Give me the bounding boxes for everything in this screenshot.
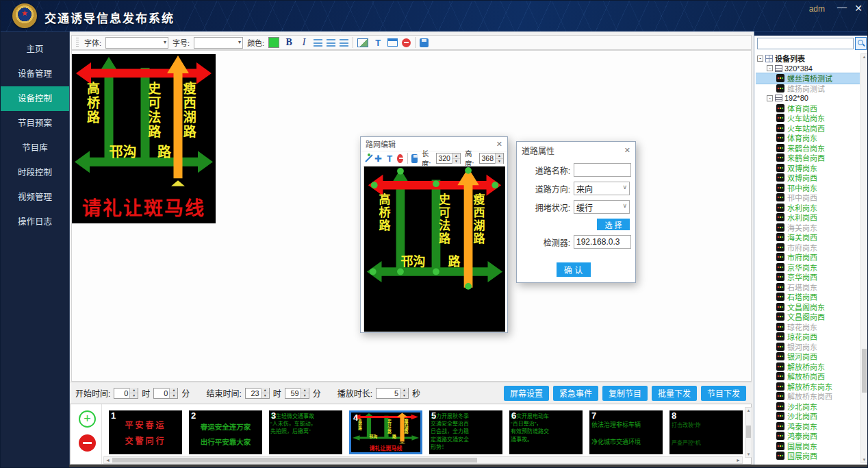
spin-up-icon[interactable]: ▲ bbox=[301, 388, 309, 393]
spin-down-icon[interactable]: ▼ bbox=[400, 393, 408, 398]
draw-road-icon[interactable] bbox=[364, 153, 370, 163]
tree-device-item[interactable]: 解放桥东岗西 bbox=[756, 391, 860, 402]
spin-down-icon[interactable]: ▼ bbox=[301, 393, 309, 398]
tree-group-item[interactable]: -192*80 bbox=[756, 93, 860, 103]
playlist-vertical-scrollbar[interactable]: ▲ ▼ bbox=[745, 407, 752, 458]
tree-device-item[interactable]: 火车站岗西 bbox=[756, 123, 860, 134]
scroll-up-icon[interactable]: ▲ bbox=[745, 408, 752, 412]
close-button[interactable]: ✕ bbox=[854, 3, 863, 14]
tree-device-item[interactable]: 鸿泰岗东 bbox=[756, 421, 860, 432]
sidebar-item[interactable]: 视频管理 bbox=[1, 185, 69, 210]
tree-root-item[interactable]: -设备列表 bbox=[756, 53, 860, 64]
minimize-button[interactable]: — bbox=[837, 1, 847, 12]
playlist-item[interactable]: 7依法治理非标车辆净化城市交通环境 bbox=[589, 410, 663, 454]
playlist-item[interactable]: 3发生轻微交通事故“人未伤，车能动，先拍照，后撤离” bbox=[269, 410, 342, 454]
search-button[interactable] bbox=[855, 37, 867, 50]
spin-up-icon[interactable]: ▲ bbox=[261, 388, 269, 393]
spin-down-icon[interactable]: ▼ bbox=[170, 393, 177, 398]
tree-group-item[interactable]: -320*384 bbox=[756, 64, 860, 74]
font-size-select[interactable]: ▾ bbox=[194, 37, 243, 49]
tree-device-item[interactable]: 石塔岗东 bbox=[756, 282, 860, 293]
tree-device-item[interactable]: 解放桥东岗东 bbox=[756, 382, 860, 392]
sidebar-item[interactable]: 操作日志 bbox=[1, 210, 69, 234]
tree-device-item[interactable]: 银河岗东 bbox=[756, 342, 860, 352]
tree-device-item[interactable]: 解放桥岗西 bbox=[756, 371, 860, 382]
delete-icon[interactable] bbox=[402, 38, 411, 47]
tree-device-item[interactable]: 石塔岗西 bbox=[756, 292, 860, 302]
save-icon[interactable] bbox=[411, 154, 417, 163]
text-icon[interactable]: T bbox=[386, 153, 393, 164]
traffic-sign-preview[interactable]: 请礼让斑马线 高桥路 史可法路 瘦西湖路 邗沟 路 bbox=[72, 54, 216, 223]
delete-icon[interactable] bbox=[397, 154, 403, 163]
color-swatch[interactable] bbox=[268, 37, 279, 48]
editor-canvas[interactable]: 高桥路 史可法路 瘦西湖路 邗沟 路 bbox=[363, 166, 505, 331]
tree-device-item[interactable]: 文昌阁岗东 bbox=[756, 302, 860, 312]
action-button[interactable]: 批量下发 bbox=[652, 386, 697, 401]
detector-input[interactable] bbox=[574, 235, 631, 249]
tree-device-item[interactable]: 琼花岗西 bbox=[756, 332, 860, 342]
move-icon[interactable]: ✚ bbox=[374, 153, 382, 164]
scroll-right-icon[interactable]: ► bbox=[736, 457, 741, 463]
insert-text-icon[interactable]: T bbox=[372, 38, 383, 48]
spin-down-icon[interactable]: ▼ bbox=[261, 393, 269, 398]
spin-up-icon[interactable]: ▲ bbox=[452, 153, 460, 159]
scroll-down-icon[interactable]: ▼ bbox=[745, 452, 752, 456]
tree-device-item[interactable]: 双博岗东 bbox=[756, 163, 860, 173]
font-select[interactable]: ▾ bbox=[105, 37, 168, 49]
scroll-up-icon[interactable]: ▲ bbox=[861, 55, 867, 59]
align-right-icon[interactable] bbox=[340, 39, 348, 47]
end-hour-spinner[interactable]: 23▲▼ bbox=[245, 388, 270, 399]
spin-up-icon[interactable]: ▲ bbox=[496, 153, 503, 159]
sidebar-item[interactable]: 设备管理 bbox=[1, 62, 69, 86]
tree-device-item[interactable]: 琼花岗东 bbox=[756, 322, 860, 332]
tree-device-item[interactable]: 体育岗西 bbox=[756, 103, 860, 114]
tree-device-item[interactable]: 市府岗西 bbox=[756, 252, 860, 262]
tree-device-item[interactable]: 来鹤台岗西 bbox=[756, 153, 860, 163]
action-button[interactable]: 屏幕设置 bbox=[504, 386, 549, 401]
playlist-item[interactable]: 1平安春运交警同行 bbox=[109, 410, 182, 454]
start-hour-spinner[interactable]: 0▲▼ bbox=[114, 388, 138, 399]
tree-device-item[interactable]: 邗中岗东 bbox=[756, 183, 860, 193]
sidebar-item[interactable]: 节目库 bbox=[1, 136, 69, 160]
action-button[interactable]: 复制节目 bbox=[602, 386, 648, 401]
playlist-item[interactable]: 2春运安全连万家出行平安靠大家 bbox=[189, 410, 262, 454]
bold-button[interactable]: B bbox=[283, 37, 294, 48]
sidebar-item[interactable]: 节目预案 bbox=[1, 111, 69, 136]
spin-up-icon[interactable]: ▲ bbox=[170, 388, 177, 393]
tree-device-item[interactable]: 沙北岗西 bbox=[756, 411, 860, 421]
spin-up-icon[interactable]: ▲ bbox=[400, 388, 408, 393]
tree-device-item[interactable]: 解放桥岗东 bbox=[756, 362, 860, 372]
device-search-input[interactable] bbox=[757, 38, 854, 49]
traffic-sign-edit-view[interactable]: 高桥路 史可法路 瘦西湖路 邗沟 路 bbox=[364, 167, 505, 332]
align-center-icon[interactable] bbox=[327, 39, 335, 47]
congestion-select[interactable]: 缓行∨ bbox=[574, 200, 630, 214]
select-button[interactable]: 选 择 bbox=[597, 219, 630, 230]
tree-device-item[interactable]: 国展岗东 bbox=[756, 441, 860, 452]
end-minute-spinner[interactable]: 59▲▼ bbox=[285, 388, 309, 399]
add-program-button[interactable]: + bbox=[79, 410, 96, 428]
scroll-left-icon[interactable]: ◄ bbox=[105, 457, 110, 463]
tree-device-item[interactable]: 邗中岗西 bbox=[756, 193, 860, 203]
tree-device-item[interactable]: 市府岗东 bbox=[756, 243, 860, 253]
tree-device-item[interactable]: 京华岗东 bbox=[756, 262, 860, 273]
tree-scrollbar[interactable]: ▲ ▼ bbox=[860, 53, 868, 463]
start-minute-spinner[interactable]: 0▲▼ bbox=[153, 388, 178, 399]
spin-down-icon[interactable]: ▼ bbox=[130, 393, 138, 398]
tree-device-item[interactable]: 海关岗东 bbox=[756, 223, 860, 233]
tree-device-item[interactable]: 鸿泰岗西 bbox=[756, 431, 860, 441]
duration-spinner[interactable]: 5▲▼ bbox=[376, 388, 409, 399]
tree-device-item[interactable]: 火车站岗东 bbox=[756, 113, 860, 123]
close-icon[interactable]: ✕ bbox=[496, 140, 502, 149]
scrollbar-thumb[interactable] bbox=[746, 426, 751, 438]
sidebar-item[interactable]: 设备控制 bbox=[1, 86, 69, 111]
tree-device-item[interactable]: 水利岗东 bbox=[756, 203, 860, 213]
tree-device-item[interactable]: 双博岗西 bbox=[756, 173, 860, 183]
tree-device-item[interactable]: 银河岗西 bbox=[756, 352, 860, 362]
remove-program-button[interactable] bbox=[79, 434, 96, 452]
height-spinner[interactable]: 368▲▼ bbox=[479, 153, 504, 164]
tree-device-item[interactable]: 文昌阁岗西 bbox=[756, 312, 860, 322]
insert-image-icon[interactable] bbox=[357, 38, 368, 47]
sidebar-item[interactable]: 时段控制 bbox=[1, 160, 69, 185]
playlist-item[interactable]: 8打击改装“炸严查严控“机 bbox=[669, 410, 743, 454]
tree-expander-icon[interactable]: - bbox=[757, 56, 763, 62]
